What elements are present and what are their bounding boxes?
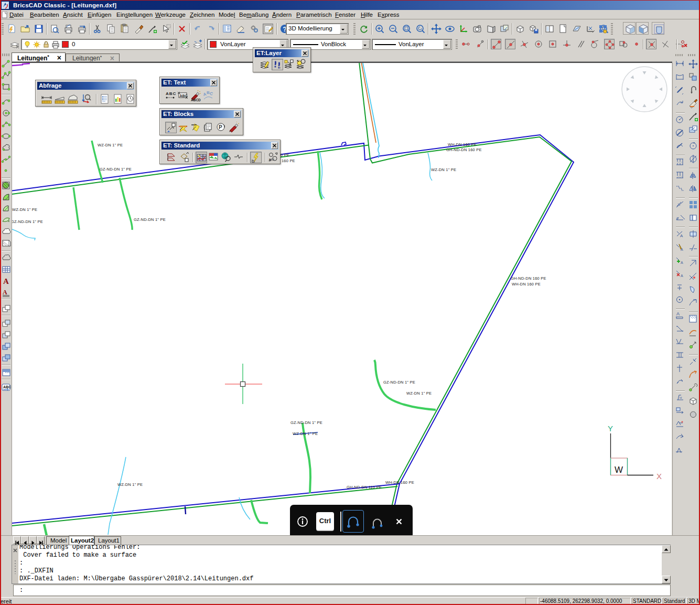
svg-text:X: X (656, 472, 662, 481)
svg-text:A: A (681, 248, 683, 251)
svg-text:GZ-ND-DN 1" PE: GZ-ND-DN 1" PE (290, 420, 322, 425)
svg-text:W: W (615, 465, 623, 475)
svg-text:ABCD: ABCD (191, 98, 201, 102)
svg-text:A: A (3, 277, 9, 285)
svg-text:WH-DN 160 PE: WH-DN 160 PE (385, 480, 414, 485)
svg-text:GZ-ND-DN 1" PE: GZ-ND-DN 1" PE (100, 167, 132, 172)
svg-text:A: A (681, 274, 683, 278)
svg-text:GZ-ND-DN 1" PE: GZ-ND-DN 1" PE (383, 380, 415, 385)
svg-text:C: C (209, 91, 213, 97)
svg-text:A: A (680, 233, 683, 238)
svg-text:WZ-DN 1" PE: WZ-DN 1" PE (12, 207, 37, 212)
svg-text:GZ-ND-DN 1" PE: GZ-ND-DN 1" PE (134, 217, 166, 222)
svg-text:MO: MO (269, 158, 274, 161)
svg-text:WZ-DN 1" PE: WZ-DN 1" PE (293, 431, 318, 436)
svg-text:WZ-DN 1" PE: WZ-DN 1" PE (431, 167, 456, 172)
svg-text:A: A (681, 261, 683, 264)
svg-text:GH-ND-DN 110 PE: GH-ND-DN 110 PE (347, 485, 382, 490)
svg-text:WH-DN 160 PE: WH-DN 160 PE (512, 282, 541, 286)
svg-text:P: P (219, 124, 222, 130)
svg-text:WZ-DN 1" PE: WZ-DN 1" PE (117, 482, 143, 487)
svg-text:Y: Y (608, 424, 613, 433)
svg-text:GH-ND-DN 160 PE: GH-ND-DN 160 PE (446, 147, 482, 152)
svg-text:A: A (3, 289, 7, 296)
svg-text:ABC: ABC (166, 91, 176, 96)
svg-text:A: A (676, 311, 680, 316)
svg-text:0 PE: 0 PE (281, 153, 289, 157)
svg-text:ABC: ABC (180, 94, 188, 98)
svg-text:WZ-DN 1" PE: WZ-DN 1" PE (406, 391, 432, 396)
svg-text:ABC: ABC (3, 385, 11, 389)
svg-text:GZ-ND-DN 1" PE: GZ-ND-DN 1" PE (12, 219, 43, 224)
svg-text:WZ-DN 1" PE: WZ-DN 1" PE (98, 143, 123, 147)
svg-text:160 PE: 160 PE (282, 158, 295, 163)
svg-text:WH-DN 160 PE: WH-DN 160 PE (448, 142, 477, 147)
svg-text:GH-ND-DN 160 PE: GH-ND-DN 160 PE (511, 276, 546, 281)
svg-text:H: H (680, 396, 682, 399)
